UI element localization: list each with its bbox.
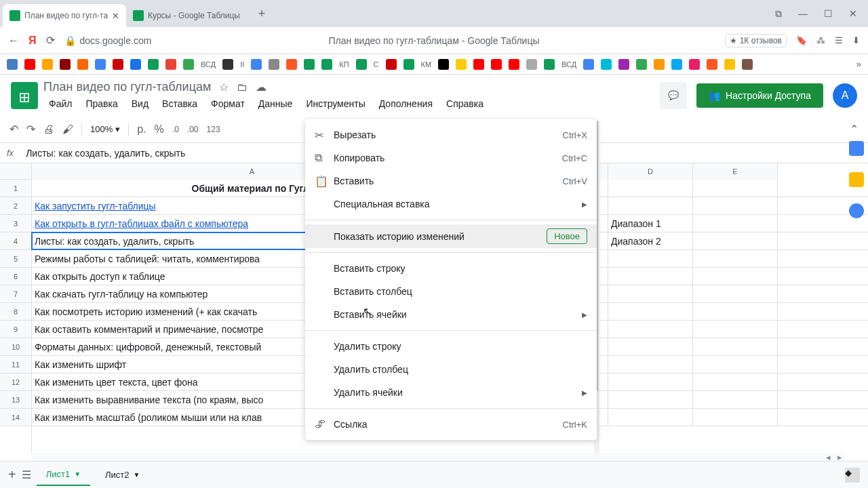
bookmark-label[interactable]: С — [374, 60, 379, 68]
extensions-icon[interactable]: ☰ — [835, 35, 843, 45]
context-menu-item[interactable]: Удалить строку — [305, 335, 597, 358]
cell[interactable] — [608, 180, 693, 197]
print-icon[interactable]: 🖨 — [43, 123, 54, 136]
bookmark-icon[interactable]: 🔖 — [796, 35, 807, 45]
bookmark-icon[interactable] — [671, 59, 682, 70]
bookmark-icon[interactable] — [24, 59, 35, 70]
cell[interactable] — [608, 197, 693, 214]
bookmark-icon[interactable] — [42, 59, 53, 70]
back-icon[interactable]: ← — [8, 35, 19, 47]
select-all-corner[interactable] — [0, 163, 32, 180]
row-header[interactable]: 1 — [0, 180, 31, 197]
menu-edit[interactable]: Правка — [80, 97, 123, 110]
bookmark-sheets-icon[interactable] — [403, 59, 414, 70]
reload-icon[interactable]: ⟳ — [46, 34, 55, 47]
cell[interactable] — [608, 285, 693, 302]
cell[interactable] — [693, 197, 778, 214]
bookmark-yandex-icon[interactable] — [473, 59, 484, 70]
undo-icon[interactable]: ↶ — [9, 123, 18, 136]
cell[interactable] — [693, 285, 778, 302]
row-header[interactable]: 2 — [0, 197, 31, 215]
rating-badge[interactable]: ★ 1К отзывов — [725, 34, 787, 47]
row-header[interactable]: 3 — [0, 215, 31, 232]
bookmarks-overflow-icon[interactable]: » — [856, 59, 861, 69]
cell[interactable] — [693, 409, 778, 426]
context-menu-item[interactable]: Показать историю измененийНовое — [305, 224, 597, 248]
bookmark-icon[interactable] — [222, 59, 233, 70]
bookmark-icon[interactable] — [77, 59, 88, 70]
menu-insert[interactable]: Вставка — [157, 97, 203, 110]
bookmark-icon[interactable] — [148, 59, 159, 70]
cell[interactable] — [608, 373, 693, 390]
bookmark-icon[interactable] — [689, 59, 700, 70]
context-menu-item[interactable]: Удалить ячейки▶ — [305, 381, 597, 404]
bookmark-sheets-icon[interactable] — [304, 59, 315, 70]
bookmark-icon[interactable] — [742, 59, 753, 70]
more-formats-button[interactable]: 123 — [207, 125, 220, 134]
menu-view[interactable]: Вид — [126, 97, 154, 110]
bookmark-icon[interactable] — [526, 59, 537, 70]
move-folder-icon[interactable]: 🗀 — [237, 81, 248, 94]
explore-icon[interactable]: ◆ — [845, 468, 860, 483]
bookmark-icon[interactable] — [618, 59, 629, 70]
row-header[interactable]: 12 — [0, 373, 31, 391]
bookmark-icon[interactable] — [386, 59, 397, 70]
bookmark-label[interactable]: ВСД — [561, 60, 576, 68]
context-menu-item[interactable]: Вставить строку — [305, 257, 597, 280]
bookmark-label[interactable]: ВСД — [201, 60, 216, 68]
copy-window-icon[interactable]: ⧉ — [775, 8, 782, 20]
cell[interactable] — [693, 180, 778, 197]
bookmark-sheets-icon[interactable] — [321, 59, 332, 70]
sheets-logo-icon[interactable] — [11, 82, 38, 109]
bookmark-icon[interactable] — [724, 59, 735, 70]
decrease-decimal-button[interactable]: .0 — [172, 125, 179, 134]
browser-tab-active[interactable]: План видео по гугл-та ✕ — [3, 4, 126, 27]
row-header[interactable]: 9 — [0, 321, 31, 338]
bookmark-icon[interactable] — [601, 59, 612, 70]
column-header-e[interactable]: E — [693, 163, 778, 180]
formula-input[interactable]: Листы: как создать, удалить, скрыть — [26, 148, 185, 159]
row-header[interactable]: 10 — [0, 338, 31, 356]
cell[interactable] — [608, 356, 693, 373]
currency-button[interactable]: р. — [137, 123, 146, 136]
cell[interactable]: Диапазон 2 — [608, 232, 693, 249]
cell[interactable] — [608, 409, 693, 426]
bookmark-icon[interactable] — [113, 59, 123, 70]
row-header[interactable]: 13 — [0, 391, 31, 409]
cell[interactable]: Диапазон 1 — [608, 215, 693, 232]
row-header[interactable]: 8 — [0, 303, 31, 321]
bookmark-icon[interactable] — [438, 59, 449, 70]
add-sheet-icon[interactable]: + — [8, 467, 16, 483]
redo-icon[interactable]: ↷ — [26, 123, 35, 136]
bookmark-icon[interactable] — [60, 59, 71, 70]
context-menu-item[interactable]: 📋ВставитьCtrl+V — [305, 169, 597, 192]
bookmark-drive-icon[interactable] — [183, 59, 194, 70]
bookmark-icon[interactable] — [509, 59, 519, 70]
paw-icon[interactable]: ⁂ — [816, 35, 825, 45]
tasks-icon[interactable] — [849, 203, 864, 218]
document-title[interactable]: План видео по гугл-таблицам — [43, 80, 211, 94]
cell[interactable] — [693, 391, 778, 408]
star-icon[interactable]: ☆ — [219, 81, 229, 94]
bookmark-icon[interactable] — [269, 59, 279, 70]
user-avatar[interactable]: A — [833, 83, 857, 108]
bookmark-icon[interactable] — [654, 59, 665, 70]
cell[interactable] — [693, 303, 778, 320]
maximize-icon[interactable]: ☐ — [824, 8, 833, 20]
sheet-tab-1[interactable]: Лист1▼ — [37, 464, 90, 486]
bookmark-icon[interactable] — [95, 59, 106, 70]
cell[interactable] — [608, 321, 693, 338]
download-icon[interactable]: ⬇ — [852, 35, 860, 45]
cell[interactable] — [608, 250, 693, 267]
menu-addons[interactable]: Дополнения — [374, 97, 438, 110]
cell[interactable] — [608, 391, 693, 408]
yandex-icon[interactable]: Я — [28, 35, 37, 47]
calendar-icon[interactable] — [849, 141, 864, 156]
close-window-icon[interactable]: ✕ — [849, 8, 857, 20]
row-header[interactable]: 7 — [0, 285, 31, 303]
comments-icon[interactable]: 💬 — [660, 82, 687, 109]
keep-icon[interactable] — [849, 172, 864, 187]
menu-tools[interactable]: Инструменты — [300, 97, 370, 110]
context-menu-item[interactable]: 🖇СсылкаCtrl+K — [305, 413, 597, 436]
bookmark-label[interactable]: II — [240, 60, 244, 68]
